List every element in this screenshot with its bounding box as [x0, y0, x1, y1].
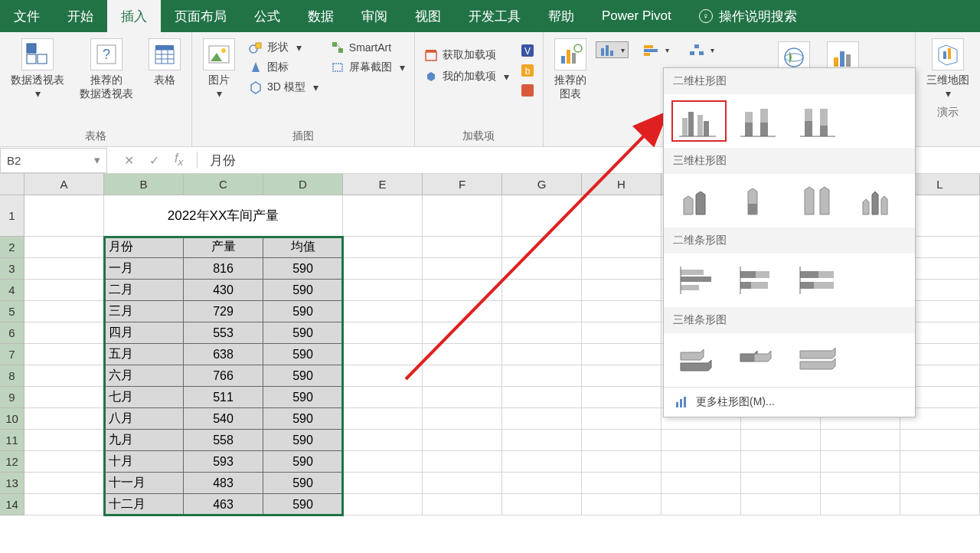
get-addins-button[interactable]: 获取加载项 [420, 46, 514, 64]
3d-column[interactable] [851, 180, 906, 221]
3d-stacked-bar[interactable] [731, 339, 786, 381]
3d-clustered-column[interactable] [671, 180, 727, 221]
cell[interactable] [24, 451, 104, 473]
cell[interactable]: 553 [184, 322, 263, 344]
cell[interactable] [24, 387, 104, 408]
cell[interactable] [423, 301, 502, 322]
3dmap-button[interactable]: 三维地图 ▾ [920, 35, 975, 103]
row-header[interactable]: 5 [0, 301, 24, 322]
cell[interactable]: 二月 [104, 280, 184, 301]
cell[interactable] [582, 195, 662, 237]
100-stacked-column-chart[interactable] [791, 100, 846, 142]
cell[interactable] [662, 430, 741, 451]
smartart-button[interactable]: SmartArt [326, 38, 410, 57]
cell[interactable] [24, 473, 104, 494]
cell[interactable]: 均值 [263, 237, 343, 258]
cell[interactable]: 590 [263, 473, 343, 494]
cell[interactable] [502, 473, 582, 494]
cell[interactable] [502, 195, 582, 237]
3dmodel-button[interactable]: 3D 模型▾ [244, 78, 323, 97]
cell[interactable]: 540 [184, 408, 263, 430]
cell[interactable]: 月份 [104, 237, 184, 258]
cell[interactable] [24, 494, 104, 515]
cell[interactable] [423, 322, 502, 344]
cell[interactable] [423, 365, 502, 387]
icons-button[interactable]: 图标 [244, 58, 323, 77]
cell[interactable] [24, 195, 104, 237]
cell[interactable]: 产量 [184, 237, 263, 258]
name-box[interactable]: B2▾ [0, 148, 107, 173]
cell[interactable]: 483 [184, 473, 263, 494]
col-header[interactable]: B [104, 174, 184, 195]
visio-icon[interactable]: V [520, 43, 535, 58]
cell[interactable]: 590 [263, 430, 343, 451]
cell[interactable] [24, 430, 104, 451]
shapes-button[interactable]: 形状▾ [244, 38, 323, 57]
cell[interactable]: 一月 [104, 258, 184, 280]
tab-layout[interactable]: 页面布局 [161, 0, 240, 32]
cell[interactable] [24, 408, 104, 430]
cell[interactable] [821, 430, 900, 451]
cell[interactable] [24, 237, 104, 258]
col-header[interactable]: C [184, 174, 263, 195]
tell-me[interactable]: ♀操作说明搜索 [685, 0, 811, 32]
row-header[interactable]: 1 [0, 195, 24, 237]
cell[interactable] [24, 322, 104, 344]
bing-icon[interactable]: b [520, 63, 535, 78]
cell[interactable] [582, 494, 662, 515]
cell[interactable] [343, 258, 423, 280]
3d-clustered-bar[interactable] [671, 339, 727, 381]
cell[interactable]: 816 [184, 258, 263, 280]
cell[interactable] [423, 237, 502, 258]
cell[interactable] [24, 301, 104, 322]
row-header[interactable]: 4 [0, 280, 24, 301]
tab-data[interactable]: 数据 [294, 0, 348, 32]
cell[interactable] [423, 430, 502, 451]
tab-home[interactable]: 开始 [54, 0, 107, 32]
cell[interactable]: 八月 [104, 408, 184, 430]
cell[interactable] [582, 280, 662, 301]
cell[interactable]: 590 [263, 258, 343, 280]
tab-formula[interactable]: 公式 [240, 0, 294, 32]
3d-stacked-column[interactable] [731, 180, 786, 221]
confirm-fx-icon[interactable]: ✓ [149, 153, 159, 168]
row-header[interactable]: 2 [0, 237, 24, 258]
cell[interactable]: 590 [263, 301, 343, 322]
cell[interactable] [423, 408, 502, 430]
col-header[interactable]: F [423, 174, 502, 195]
cell[interactable]: 593 [184, 451, 263, 473]
cell[interactable] [343, 195, 423, 237]
stacked-column-chart[interactable] [731, 100, 786, 142]
row-header[interactable]: 13 [0, 473, 24, 494]
cell[interactable] [662, 494, 741, 515]
my-addins-button[interactable]: 我的加载项▾ [420, 67, 514, 86]
cancel-fx-icon[interactable]: ✕ [124, 153, 134, 168]
cell[interactable]: 590 [263, 387, 343, 408]
cell[interactable]: 729 [184, 301, 263, 322]
cell[interactable] [423, 258, 502, 280]
col-header[interactable]: A [24, 174, 104, 195]
cell[interactable] [343, 301, 423, 322]
cell[interactable] [502, 344, 582, 365]
cell[interactable] [900, 494, 980, 515]
cell[interactable] [343, 387, 423, 408]
title-cell[interactable]: 2022年XX车间产量 [104, 195, 343, 237]
cell[interactable] [502, 301, 582, 322]
row-header[interactable]: 12 [0, 451, 24, 473]
column-chart-button[interactable]: ▾ [596, 41, 629, 58]
row-header[interactable]: 10 [0, 408, 24, 430]
tab-insert[interactable]: 插入 [107, 0, 161, 32]
row-header[interactable]: 9 [0, 387, 24, 408]
row-header[interactable]: 8 [0, 365, 24, 387]
cell[interactable]: 638 [184, 344, 263, 365]
cell[interactable] [24, 280, 104, 301]
cell[interactable] [423, 451, 502, 473]
cell[interactable] [343, 344, 423, 365]
more-column-charts[interactable]: 更多柱形图(M)... [664, 387, 915, 417]
cell[interactable] [343, 430, 423, 451]
cell[interactable]: 十月 [104, 451, 184, 473]
clustered-column-chart[interactable] [671, 100, 727, 142]
clustered-bar-chart[interactable] [671, 260, 727, 301]
cell[interactable] [502, 494, 582, 515]
bar-chart-button[interactable]: ▾ [639, 41, 674, 58]
